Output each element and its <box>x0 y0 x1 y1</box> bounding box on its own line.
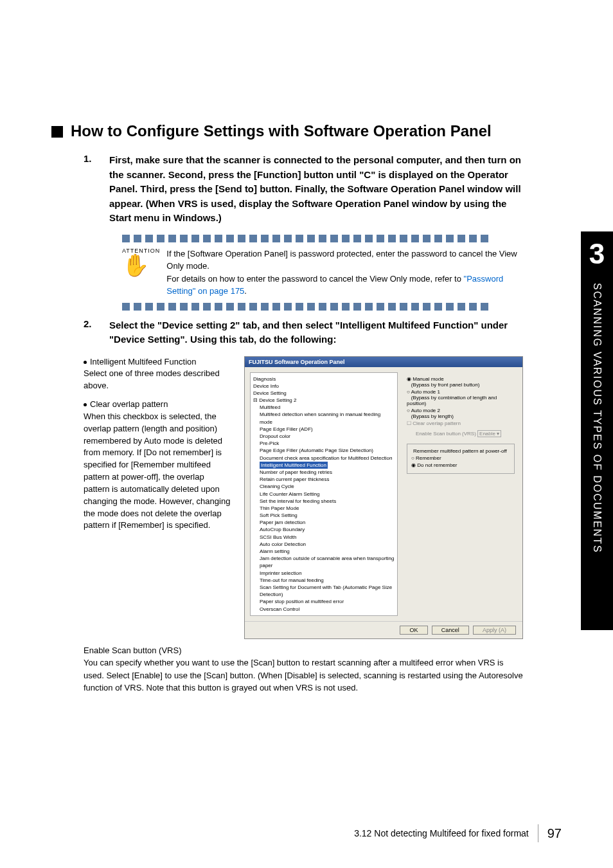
radio-donot-remember[interactable]: ◉ Do not remember <box>411 462 510 468</box>
tree-selected: Intelligent Multifeed Function <box>260 462 328 469</box>
cancel-button[interactable]: Cancel <box>432 626 469 635</box>
apply-button: Apply (A) <box>473 626 516 635</box>
heading-bullet <box>51 126 63 138</box>
attention-block: ATTENTION ✋ If the [Software Operation P… <box>122 235 523 311</box>
radio-auto2[interactable]: ○ Auto mode 2 (Bypass by length) <box>407 408 515 419</box>
step-2: 2. Select the "Device setting 2" tab, an… <box>84 318 523 347</box>
divider-bottom <box>122 303 523 311</box>
settings-tree[interactable]: Diagnosis Device Info Device Setting ⊟ D… <box>250 372 398 616</box>
radio-auto1[interactable]: ○ Auto mode 1 (Bypass by combination of … <box>407 389 515 406</box>
settings-panel: ◉ Manual mode (Bypass by front panel but… <box>404 372 517 616</box>
bullet-enable-scan: Enable Scan button (VRS) You can specify… <box>84 644 523 694</box>
page-footer: 3.12 Not detecting Multifeed for fixed f… <box>51 824 562 842</box>
attention-icon-group: ATTENTION ✋ <box>122 248 160 276</box>
chapter-title: SCANNING VARIOUS TYPES OF DOCUMENTS <box>591 283 603 554</box>
divider-top <box>122 235 523 242</box>
chapter-tab: 3 SCANNING VARIOUS TYPES OF DOCUMENTS <box>581 231 613 630</box>
footer-section: 3.12 Not detecting Multifeed for fixed f… <box>354 828 529 838</box>
screenshot: FUJITSU Software Operation Panel Diagnos… <box>244 356 523 639</box>
window-title: FUJITSU Software Operation Panel <box>245 357 522 367</box>
step-1: 1. First, make sure that the scanner is … <box>84 153 523 226</box>
section-heading: How to Configure Settings with Software … <box>51 122 562 140</box>
radio-manual[interactable]: ◉ Manual mode (Bypass by front panel but… <box>407 376 515 388</box>
checkbox-clear-overlap: ☐ Clear overlap pattern <box>407 420 515 426</box>
enable-dropdown: Enable ▾ <box>477 430 501 437</box>
attention-icon: ✋ <box>122 254 160 276</box>
heading-text: How to Configure Settings with Software … <box>71 122 492 140</box>
attention-text: If the [Software Operation Panel] is pas… <box>166 248 523 298</box>
bullet-list: Intelligent Multifeed FunctionSelect one… <box>84 356 231 639</box>
remember-fieldset: Remember multifeed pattern at power-off … <box>407 444 515 474</box>
chapter-number: 3 <box>589 238 605 270</box>
ok-button[interactable]: OK <box>400 626 427 635</box>
page-number: 97 <box>547 826 562 841</box>
radio-remember[interactable]: ○ Remember <box>411 455 510 461</box>
